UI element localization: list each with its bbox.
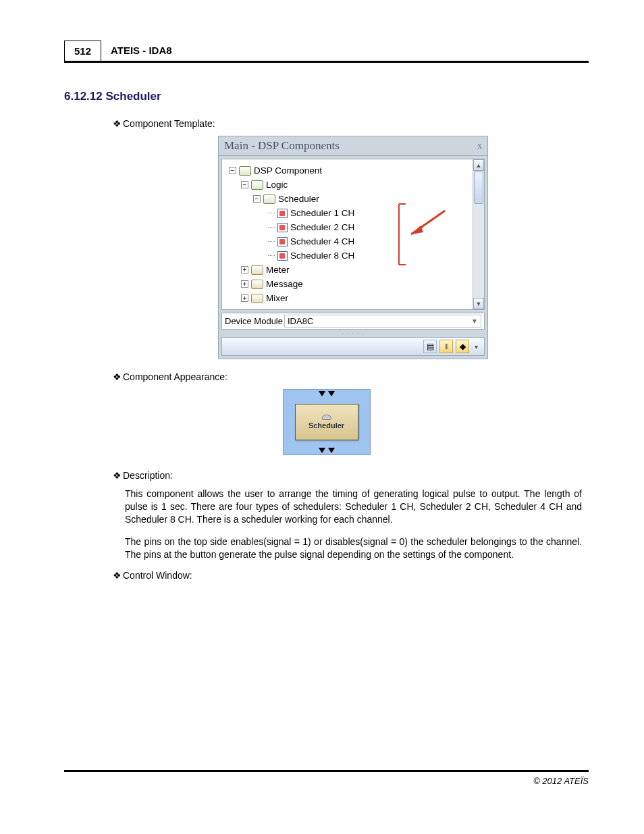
expander-plus-icon[interactable]: + xyxy=(241,294,248,302)
expander-minus-icon[interactable]: − xyxy=(229,167,236,174)
expander-minus-icon[interactable]: − xyxy=(253,195,261,203)
section-title-text: Scheduler xyxy=(105,90,161,103)
page-number: 512 xyxy=(64,41,101,61)
tree-view[interactable]: − DSP Component − Logic − Scheduler xyxy=(222,159,473,309)
close-icon[interactable]: x xyxy=(477,140,482,151)
tree-item-mixer[interactable]: Mixer xyxy=(266,293,288,303)
document-title: ATEIS - IDA8 xyxy=(111,41,172,61)
tree-item-message[interactable]: Message xyxy=(266,279,303,289)
tree-item-scheduler-1ch[interactable]: Scheduler 1 CH xyxy=(290,208,354,218)
description-paragraph-2: The pins on the top side enables(signal … xyxy=(125,536,582,561)
pin-icon xyxy=(319,448,325,453)
bullet-control-window: ❖Control Window: xyxy=(113,570,589,581)
scroll-down-icon[interactable]: ▼ xyxy=(473,298,484,309)
expander-plus-icon[interactable]: + xyxy=(241,266,248,273)
tree-item-scheduler[interactable]: Scheduler xyxy=(278,194,319,204)
scrollbar[interactable]: ▲ ▼ xyxy=(473,159,484,309)
device-module-label: Device Module xyxy=(225,316,283,326)
folder-closed-icon xyxy=(251,280,263,289)
folder-closed-icon xyxy=(251,294,263,303)
expander-minus-icon[interactable]: − xyxy=(241,181,248,188)
diamond-icon: ❖ xyxy=(113,570,122,581)
diamond-icon: ❖ xyxy=(113,118,122,129)
diamond-icon: ❖ xyxy=(113,371,122,382)
toolbar-chat-icon[interactable]: ◆ xyxy=(456,340,469,353)
expander-plus-icon[interactable]: + xyxy=(241,280,248,288)
pin-icon xyxy=(319,391,325,396)
scheduler-component-box: Scheduler xyxy=(295,404,358,440)
component-item-icon xyxy=(277,251,288,261)
scroll-thumb[interactable] xyxy=(474,172,483,204)
diamond-icon: ❖ xyxy=(113,470,122,481)
page-footer: © 2012 ATEÏS xyxy=(64,770,589,786)
pin-icon xyxy=(328,448,335,453)
bullet-component-appearance: ❖Component Appearance: xyxy=(113,371,589,382)
folder-closed-icon xyxy=(251,265,263,275)
component-label: Scheduler xyxy=(308,421,344,429)
chevron-down-icon: ▼ xyxy=(471,317,478,325)
status-toolbar: ▤ ⫴ ◆ ▾ xyxy=(221,337,485,356)
pin-icon xyxy=(328,391,335,396)
tree-item-logic[interactable]: Logic xyxy=(266,180,288,190)
section-number: 6.12.12 xyxy=(64,90,103,103)
section-heading: 6.12.12 Scheduler xyxy=(64,90,589,103)
panel-title: Main - DSP Components xyxy=(224,139,340,153)
folder-open-icon xyxy=(239,166,251,176)
description-paragraph-1: This component allows the user to arrang… xyxy=(125,488,582,526)
toolbar-align-icon[interactable]: ⫴ xyxy=(439,340,453,353)
tree-item-meter[interactable]: Meter xyxy=(266,265,290,275)
component-item-icon xyxy=(277,209,288,218)
dsp-components-panel: Main - DSP Components x − DSP Component xyxy=(218,136,488,359)
scroll-up-icon[interactable]: ▲ xyxy=(473,159,484,171)
tree-item-scheduler-4ch[interactable]: Scheduler 4 CH xyxy=(290,236,354,246)
knob-icon xyxy=(322,415,331,420)
chevron-down-icon[interactable]: ▾ xyxy=(472,343,480,350)
resize-grip-icon[interactable]: · · · · · xyxy=(219,330,487,334)
component-item-icon xyxy=(277,237,288,246)
bullet-description: ❖Description: xyxy=(113,470,589,481)
tree-item-dsp-component[interactable]: DSP Component xyxy=(254,165,322,176)
component-item-icon xyxy=(277,223,288,232)
device-module-value: IDA8C xyxy=(288,316,313,326)
device-module-select[interactable]: IDA8C ▼ xyxy=(284,315,481,328)
tree-item-scheduler-8ch[interactable]: Scheduler 8 CH xyxy=(290,251,354,261)
component-appearance-preview: Scheduler xyxy=(283,389,371,455)
folder-open-icon xyxy=(263,194,275,204)
folder-open-icon xyxy=(251,180,263,190)
tree-item-scheduler-2ch[interactable]: Scheduler 2 CH xyxy=(290,222,354,232)
bullet-component-template: ❖Component Template: xyxy=(113,118,589,129)
toolbar-list-icon[interactable]: ▤ xyxy=(423,340,437,353)
